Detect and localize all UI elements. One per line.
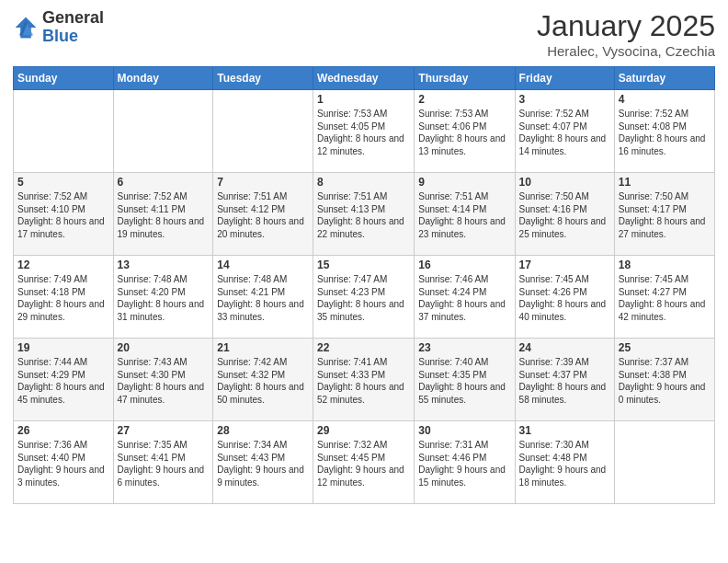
day-info: Sunrise: 7:30 AM Sunset: 4:48 PM Dayligh… <box>519 439 610 488</box>
table-row: 22Sunrise: 7:41 AM Sunset: 4:33 PM Dayli… <box>313 339 415 421</box>
table-row: 7Sunrise: 7:51 AM Sunset: 4:12 PM Daylig… <box>213 173 313 256</box>
day-number: 11 <box>619 176 711 189</box>
table-row: 6Sunrise: 7:52 AM Sunset: 4:11 PM Daylig… <box>113 173 213 256</box>
day-info: Sunrise: 7:53 AM Sunset: 4:05 PM Dayligh… <box>317 108 410 157</box>
day-info: Sunrise: 7:45 AM Sunset: 4:27 PM Dayligh… <box>619 273 711 323</box>
day-number: 15 <box>317 259 410 271</box>
calendar-header-row: Sunday Monday Tuesday Wednesday Thursday… <box>14 67 715 90</box>
day-number: 4 <box>619 93 711 106</box>
day-info: Sunrise: 7:46 AM Sunset: 4:24 PM Dayligh… <box>418 273 510 323</box>
day-info: Sunrise: 7:52 AM Sunset: 4:11 PM Dayligh… <box>118 190 210 240</box>
day-info: Sunrise: 7:51 AM Sunset: 4:12 PM Dayligh… <box>217 190 309 240</box>
table-row: 19Sunrise: 7:44 AM Sunset: 4:29 PM Dayli… <box>14 339 114 421</box>
table-row: 26Sunrise: 7:36 AM Sunset: 4:40 PM Dayli… <box>14 421 114 504</box>
month-title: January 2025 <box>537 9 715 43</box>
day-number: 22 <box>317 341 410 354</box>
day-info: Sunrise: 7:37 AM Sunset: 4:38 PM Dayligh… <box>619 356 711 406</box>
calendar-week-row: 1Sunrise: 7:53 AM Sunset: 4:05 PM Daylig… <box>14 90 715 173</box>
day-info: Sunrise: 7:45 AM Sunset: 4:26 PM Dayligh… <box>519 273 610 323</box>
day-info: Sunrise: 7:34 AM Sunset: 4:43 PM Dayligh… <box>217 439 309 488</box>
day-info: Sunrise: 7:48 AM Sunset: 4:20 PM Dayligh… <box>118 273 210 323</box>
day-number: 2 <box>418 93 510 106</box>
logo-icon <box>13 15 39 40</box>
table-row: 16Sunrise: 7:46 AM Sunset: 4:24 PM Dayli… <box>415 256 515 339</box>
day-number: 16 <box>418 259 510 271</box>
day-number: 14 <box>217 259 309 271</box>
day-number: 18 <box>619 259 711 271</box>
logo: General Blue <box>13 9 104 46</box>
table-row: 17Sunrise: 7:45 AM Sunset: 4:26 PM Dayli… <box>515 256 614 339</box>
day-info: Sunrise: 7:50 AM Sunset: 4:16 PM Dayligh… <box>519 190 610 240</box>
table-row: 13Sunrise: 7:48 AM Sunset: 4:20 PM Dayli… <box>113 256 213 339</box>
title-area: January 2025 Heralec, Vysocina, Czechia <box>537 9 715 59</box>
table-row: 25Sunrise: 7:37 AM Sunset: 4:38 PM Dayli… <box>614 339 714 421</box>
day-number: 7 <box>217 176 309 189</box>
day-info: Sunrise: 7:48 AM Sunset: 4:21 PM Dayligh… <box>217 273 309 323</box>
day-number: 19 <box>17 341 109 354</box>
table-row: 1Sunrise: 7:53 AM Sunset: 4:05 PM Daylig… <box>313 90 415 173</box>
table-row: 9Sunrise: 7:51 AM Sunset: 4:14 PM Daylig… <box>415 173 515 256</box>
table-row: 24Sunrise: 7:39 AM Sunset: 4:37 PM Dayli… <box>515 339 614 421</box>
header: General Blue January 2025 Heralec, Vysoc… <box>13 9 715 59</box>
table-row: 4Sunrise: 7:52 AM Sunset: 4:08 PM Daylig… <box>614 90 714 173</box>
day-number: 26 <box>17 424 109 437</box>
table-row: 20Sunrise: 7:43 AM Sunset: 4:30 PM Dayli… <box>113 339 213 421</box>
day-info: Sunrise: 7:47 AM Sunset: 4:23 PM Dayligh… <box>317 273 410 323</box>
day-number: 21 <box>217 341 309 354</box>
day-number: 3 <box>519 93 610 106</box>
day-info: Sunrise: 7:35 AM Sunset: 4:41 PM Dayligh… <box>118 439 210 488</box>
calendar-week-row: 5Sunrise: 7:52 AM Sunset: 4:10 PM Daylig… <box>14 173 715 256</box>
day-info: Sunrise: 7:51 AM Sunset: 4:14 PM Dayligh… <box>418 190 510 240</box>
day-number: 25 <box>619 341 711 354</box>
day-number: 24 <box>519 341 610 354</box>
day-info: Sunrise: 7:52 AM Sunset: 4:10 PM Dayligh… <box>17 190 109 240</box>
header-sunday: Sunday <box>14 67 114 90</box>
table-row: 18Sunrise: 7:45 AM Sunset: 4:27 PM Dayli… <box>614 256 714 339</box>
day-info: Sunrise: 7:36 AM Sunset: 4:40 PM Dayligh… <box>17 439 109 488</box>
calendar-week-row: 19Sunrise: 7:44 AM Sunset: 4:29 PM Dayli… <box>14 339 715 421</box>
day-info: Sunrise: 7:52 AM Sunset: 4:08 PM Dayligh… <box>619 108 711 157</box>
logo-text: General Blue <box>42 9 104 46</box>
table-row: 11Sunrise: 7:50 AM Sunset: 4:17 PM Dayli… <box>614 173 714 256</box>
day-info: Sunrise: 7:49 AM Sunset: 4:18 PM Dayligh… <box>17 273 109 323</box>
day-number: 20 <box>118 341 210 354</box>
day-info: Sunrise: 7:32 AM Sunset: 4:45 PM Dayligh… <box>317 439 410 488</box>
day-info: Sunrise: 7:40 AM Sunset: 4:35 PM Dayligh… <box>418 356 510 406</box>
day-number: 8 <box>317 176 410 189</box>
day-number: 6 <box>118 176 210 189</box>
table-row: 23Sunrise: 7:40 AM Sunset: 4:35 PM Dayli… <box>415 339 515 421</box>
table-row: 27Sunrise: 7:35 AM Sunset: 4:41 PM Dayli… <box>113 421 213 504</box>
header-thursday: Thursday <box>415 67 515 90</box>
logo-blue-text: Blue <box>42 28 104 46</box>
day-number: 5 <box>17 176 109 189</box>
table-row: 14Sunrise: 7:48 AM Sunset: 4:21 PM Dayli… <box>213 256 313 339</box>
header-friday: Friday <box>515 67 614 90</box>
day-number: 17 <box>519 259 610 271</box>
day-number: 30 <box>418 424 510 437</box>
table-row: 10Sunrise: 7:50 AM Sunset: 4:16 PM Dayli… <box>515 173 614 256</box>
logo-general-text: General <box>42 9 104 28</box>
day-number: 23 <box>418 341 510 354</box>
table-row: 28Sunrise: 7:34 AM Sunset: 4:43 PM Dayli… <box>213 421 313 504</box>
table-row: 12Sunrise: 7:49 AM Sunset: 4:18 PM Dayli… <box>14 256 114 339</box>
table-row <box>213 90 313 173</box>
day-info: Sunrise: 7:43 AM Sunset: 4:30 PM Dayligh… <box>118 356 210 406</box>
table-row: 29Sunrise: 7:32 AM Sunset: 4:45 PM Dayli… <box>313 421 415 504</box>
day-number: 27 <box>118 424 210 437</box>
calendar: Sunday Monday Tuesday Wednesday Thursday… <box>13 66 715 504</box>
day-number: 1 <box>317 93 410 106</box>
table-row: 15Sunrise: 7:47 AM Sunset: 4:23 PM Dayli… <box>313 256 415 339</box>
table-row: 8Sunrise: 7:51 AM Sunset: 4:13 PM Daylig… <box>313 173 415 256</box>
table-row: 30Sunrise: 7:31 AM Sunset: 4:46 PM Dayli… <box>415 421 515 504</box>
table-row: 31Sunrise: 7:30 AM Sunset: 4:48 PM Dayli… <box>515 421 614 504</box>
page: General Blue January 2025 Heralec, Vysoc… <box>0 0 728 563</box>
day-info: Sunrise: 7:31 AM Sunset: 4:46 PM Dayligh… <box>418 439 510 488</box>
table-row: 3Sunrise: 7:52 AM Sunset: 4:07 PM Daylig… <box>515 90 614 173</box>
day-info: Sunrise: 7:44 AM Sunset: 4:29 PM Dayligh… <box>17 356 109 406</box>
header-tuesday: Tuesday <box>213 67 313 90</box>
header-wednesday: Wednesday <box>313 67 415 90</box>
header-monday: Monday <box>113 67 213 90</box>
table-row: 5Sunrise: 7:52 AM Sunset: 4:10 PM Daylig… <box>14 173 114 256</box>
day-info: Sunrise: 7:51 AM Sunset: 4:13 PM Dayligh… <box>317 190 410 240</box>
day-number: 13 <box>118 259 210 271</box>
